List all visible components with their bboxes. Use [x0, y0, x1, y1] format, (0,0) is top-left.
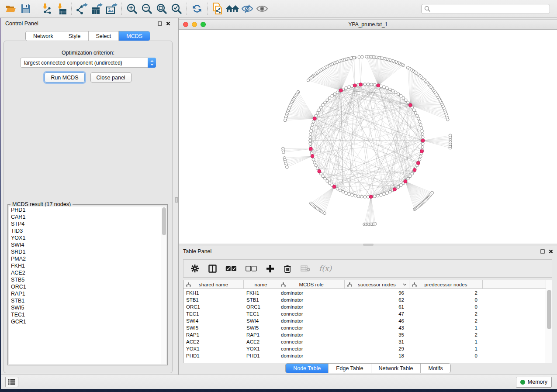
mcds-result-item[interactable]: STB1 — [9, 297, 166, 304]
search-input[interactable] — [431, 5, 547, 13]
tab-edge-table[interactable]: Edge Table — [329, 364, 371, 373]
delete-table-button[interactable] — [301, 265, 310, 272]
graph-node[interactable] — [326, 179, 329, 182]
graph-leaf-node[interactable] — [358, 55, 361, 58]
graph-node[interactable] — [318, 109, 321, 112]
table-row[interactable]: ACE2ACE2connector311 — [183, 338, 546, 345]
graph-node[interactable] — [407, 177, 410, 180]
graph-node[interactable] — [312, 158, 315, 161]
float-panel-icon[interactable] — [540, 249, 545, 254]
graph-leaf-node[interactable] — [286, 166, 289, 169]
graph-node[interactable] — [363, 196, 367, 199]
graph-node[interactable] — [376, 194, 379, 197]
graph-hub-node[interactable] — [413, 168, 416, 172]
graph-hub-node[interactable] — [318, 169, 321, 173]
tab-node-table[interactable]: Node Table — [286, 364, 329, 373]
graph-hub-node[interactable] — [416, 161, 420, 165]
graph-node[interactable] — [380, 194, 383, 197]
graph-node[interactable] — [309, 139, 312, 142]
zoom-selected-button[interactable] — [169, 2, 184, 16]
mcds-result-item[interactable]: ACE2 — [9, 269, 166, 276]
column-header-name[interactable]: name — [244, 280, 278, 289]
mcds-result-item[interactable]: TEC1 — [9, 311, 166, 318]
mcds-result-item[interactable]: PHD1 — [9, 206, 166, 213]
graph-hub-node[interactable] — [393, 188, 397, 191]
graph-node[interactable] — [316, 167, 319, 170]
graph-node[interactable] — [373, 83, 376, 86]
run-mcds-button[interactable]: Run MCDS — [45, 72, 84, 83]
graph-leaf-node[interactable] — [284, 119, 287, 122]
graph-node[interactable] — [324, 177, 327, 180]
graph-node[interactable] — [348, 86, 351, 89]
graph-leaf-node[interactable] — [361, 55, 364, 58]
refresh-button[interactable] — [190, 2, 204, 16]
table-row[interactable]: YOX1YOX1connector291 — [183, 345, 546, 352]
mcds-result-item[interactable]: PMA2 — [9, 255, 166, 262]
graph-node[interactable] — [411, 172, 414, 175]
graph-node[interactable] — [397, 93, 400, 96]
mcds-result-item[interactable]: YOX1 — [9, 234, 166, 241]
table-row[interactable]: SWI4SWI4dominator462 — [183, 317, 546, 324]
graph-node[interactable] — [383, 193, 386, 196]
export-network-button[interactable] — [74, 2, 89, 16]
graph-node[interactable] — [322, 175, 325, 178]
graph-hub-node[interactable] — [353, 84, 356, 87]
tab-style[interactable]: Style — [61, 31, 89, 41]
table-row[interactable]: TEC1TEC1connector472 — [183, 310, 546, 317]
graph-leaf-node[interactable] — [365, 55, 368, 58]
graph-node[interactable] — [421, 145, 424, 148]
import-network-button[interactable] — [39, 2, 54, 16]
mcds-result-item[interactable]: SWI4 — [9, 241, 166, 248]
mcds-result-item[interactable]: RAP1 — [9, 290, 166, 297]
tab-network-table[interactable]: Network Table — [371, 364, 421, 373]
graph-node[interactable] — [400, 184, 403, 187]
graph-node[interactable] — [418, 158, 421, 161]
graph-hub-node[interactable] — [309, 147, 312, 151]
network-window-titlebar[interactable]: YPA_prune.txt_1 — [179, 19, 557, 30]
graph-node[interactable] — [394, 91, 397, 94]
graph-hub-node[interactable] — [359, 83, 363, 86]
function-builder-button[interactable]: f(x) — [319, 264, 332, 273]
criterion-dropdown[interactable]: largest connected component (undirected) — [20, 58, 156, 68]
graph-hub-node[interactable] — [332, 185, 336, 189]
graph-node[interactable] — [414, 111, 417, 114]
graph-node[interactable] — [339, 189, 342, 192]
graph-node[interactable] — [418, 120, 421, 123]
graph-node[interactable] — [405, 99, 408, 102]
mcds-result-item[interactable]: STP4 — [9, 220, 166, 227]
graph-leaf-node[interactable] — [307, 79, 310, 82]
close-panel-button[interactable]: Close panel — [90, 72, 131, 83]
graph-node[interactable] — [326, 99, 329, 102]
graph-node[interactable] — [409, 175, 412, 178]
graph-node[interactable] — [348, 193, 351, 196]
table-row[interactable]: ORC1ORC1dominator610 — [183, 303, 546, 310]
graph-leaf-node[interactable] — [431, 191, 434, 194]
graph-node[interactable] — [336, 187, 339, 190]
import-table-button[interactable] — [54, 2, 69, 16]
column-header-successor-nodes[interactable]: successor nodes — [345, 280, 409, 289]
graph-leaf-node[interactable] — [406, 66, 409, 69]
tab-network[interactable]: Network — [26, 31, 61, 41]
column-header-predecessor-nodes[interactable]: predecessor nodes — [409, 280, 483, 289]
graph-node[interactable] — [345, 192, 348, 195]
float-panel-icon[interactable] — [158, 21, 162, 26]
graph-node[interactable] — [345, 87, 348, 90]
mcds-result-item[interactable]: STB5 — [9, 276, 166, 283]
graph-node[interactable] — [319, 106, 322, 109]
graph-leaf-node[interactable] — [323, 212, 326, 215]
tab-motifs[interactable]: Motifs — [421, 364, 450, 373]
graph-node[interactable] — [419, 155, 422, 158]
graph-node[interactable] — [310, 127, 313, 130]
graph-node[interactable] — [373, 195, 376, 198]
column-header-MCDS-role[interactable]: MCDS role — [278, 280, 345, 289]
graph-node[interactable] — [313, 161, 316, 164]
graph-hub-node[interactable] — [339, 89, 343, 92]
graph-node[interactable] — [386, 87, 389, 90]
graph-node[interactable] — [417, 117, 420, 120]
graph-node[interactable] — [342, 190, 345, 193]
splitter-handle[interactable] — [175, 197, 178, 203]
table-row[interactable]: RAP1RAP1dominator352 — [183, 331, 546, 338]
graph-node[interactable] — [309, 136, 312, 139]
graph-hub-node[interactable] — [421, 139, 425, 142]
mcds-result-item[interactable]: GCR1 — [9, 318, 166, 325]
